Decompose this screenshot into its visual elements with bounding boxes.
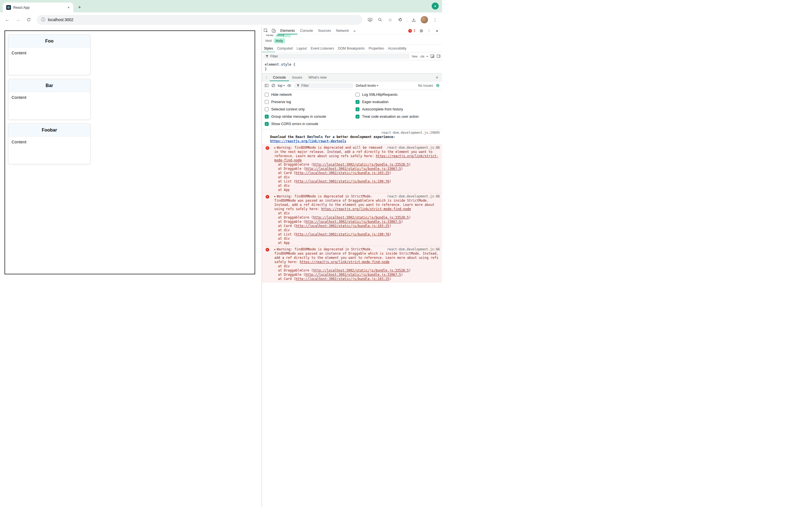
rendering-emulation-icon[interactable] bbox=[430, 54, 435, 59]
live-expression-eye-icon[interactable] bbox=[287, 83, 292, 88]
checkbox[interactable] bbox=[265, 107, 269, 111]
context-selector[interactable]: top ▾ bbox=[278, 83, 285, 88]
console-setting-selected-context-only[interactable]: Selected context only bbox=[265, 106, 356, 113]
card-title[interactable]: Bar bbox=[8, 79, 90, 92]
styles-tab-computed[interactable]: Computed bbox=[275, 45, 295, 52]
styles-tab-dom-breakpoints[interactable]: DOM Breakpoints bbox=[336, 45, 367, 52]
console-setting-show-cors-errors-in-console[interactable]: ✓Show CORS errors in console bbox=[265, 120, 356, 128]
error-count-badge[interactable]: × 3 bbox=[406, 29, 417, 33]
card-title[interactable]: Foobar bbox=[8, 124, 90, 136]
install-app-icon[interactable] bbox=[365, 15, 375, 24]
draggable-card-bar[interactable]: BarContent bbox=[8, 79, 91, 120]
console-setting-eager-evaluation[interactable]: ✓Eager evaluation bbox=[356, 98, 442, 106]
checkbox[interactable]: ✓ bbox=[356, 107, 359, 111]
devtools-tab-sources[interactable]: Sources bbox=[315, 27, 334, 34]
devtools-tab-elements[interactable]: Elements bbox=[278, 27, 297, 34]
element-style-rule[interactable]: element.style { } bbox=[262, 60, 442, 73]
bookmark-star-icon[interactable]: ☆ bbox=[386, 15, 395, 24]
styles-tab-accessibility[interactable]: Accessibility bbox=[386, 45, 408, 52]
style-toggle--hov[interactable]: :hov bbox=[411, 55, 417, 58]
stack-frame-link[interactable]: http://localhost:3002/static/js/bundle.j… bbox=[296, 179, 389, 183]
console-link[interactable]: https://reactjs.org/link/strict-mode-fin… bbox=[300, 260, 390, 264]
expand-triangle-icon[interactable]: ▶ bbox=[274, 195, 276, 198]
draggable-card-foo[interactable]: FooContent bbox=[8, 34, 91, 75]
devtools-menu-kebab-icon[interactable]: ⋮ bbox=[425, 29, 433, 33]
devtools-settings-gear-icon[interactable] bbox=[417, 29, 425, 33]
extensions-puzzle-icon[interactable] bbox=[396, 15, 405, 24]
stack-frame-link[interactable]: http://localhost:3002/static/js/bundle.j… bbox=[313, 216, 409, 219]
styles-tab-styles[interactable]: Styles bbox=[262, 45, 275, 52]
drawer-tab-console[interactable]: Console bbox=[270, 73, 289, 81]
breadcrumb-html[interactable]: html bbox=[263, 38, 274, 43]
source-location-link[interactable]: react-dom.development.js:86 bbox=[387, 146, 440, 150]
source-location-link[interactable]: react-dom.development.js:86 bbox=[387, 194, 440, 199]
console-filter-input[interactable]: Filter bbox=[294, 83, 354, 88]
devtools-tab-network[interactable]: Network bbox=[334, 27, 352, 34]
console-setting-preserve-log[interactable]: Preserve log bbox=[265, 98, 356, 106]
breadcrumb-body[interactable]: body bbox=[274, 38, 285, 43]
expand-triangle-icon[interactable]: ▶ bbox=[274, 147, 276, 149]
console-setting-hide-network[interactable]: Hide network bbox=[265, 91, 356, 98]
checkbox[interactable]: ✓ bbox=[356, 115, 359, 119]
console-setting-group-similar-messages-in-console[interactable]: ✓Group similar messages in console bbox=[265, 113, 356, 120]
log-levels-dropdown[interactable]: Default levels ▾ bbox=[356, 83, 378, 88]
clear-console-icon[interactable] bbox=[271, 83, 275, 88]
browser-menu-kebab-icon[interactable]: ⋮ bbox=[430, 15, 440, 24]
devtools-close-icon[interactable]: × bbox=[433, 29, 441, 33]
device-toolbar-icon[interactable] bbox=[270, 27, 278, 34]
browser-tab-react-app[interactable]: React App × bbox=[3, 3, 73, 12]
checkbox[interactable] bbox=[265, 93, 269, 97]
console-settings-gear-icon[interactable] bbox=[435, 83, 440, 88]
more-tabs-icon[interactable]: » bbox=[352, 27, 357, 34]
console-setting-log-xmlhttprequests[interactable]: Log XMLHttpRequests bbox=[356, 91, 442, 98]
console-sidebar-toggle-icon[interactable] bbox=[264, 83, 269, 88]
card-title[interactable]: Foo bbox=[8, 35, 90, 48]
reload-button[interactable] bbox=[24, 15, 34, 24]
address-bar[interactable]: ⓘ localhost:3002 bbox=[37, 15, 362, 25]
checkbox[interactable] bbox=[356, 93, 359, 97]
stack-frame-link[interactable]: http://localhost:3002/static/js/bundle.j… bbox=[296, 224, 389, 228]
stack-frame-link[interactable]: http://localhost:3002/static/js/bundle.j… bbox=[296, 232, 389, 236]
inspect-element-icon[interactable] bbox=[262, 27, 270, 34]
dom-node-body-selected[interactable]: body bbox=[276, 35, 291, 37]
console-link[interactable]: https://reactjs.org/link/react-devtools bbox=[270, 139, 346, 143]
console-setting-autocomplete-from-history[interactable]: ✓Autocomplete from history bbox=[356, 106, 442, 113]
checkbox[interactable]: ✓ bbox=[356, 100, 359, 104]
show-sidebar-panel-icon[interactable] bbox=[436, 54, 441, 59]
styles-filter-input[interactable]: Filter bbox=[263, 54, 410, 59]
styles-tab-layout[interactable]: Layout bbox=[295, 45, 309, 52]
checkbox[interactable]: ✓ bbox=[265, 122, 269, 126]
source-location-link[interactable]: react-dom.development.js:86 bbox=[387, 247, 440, 251]
new-tab-button[interactable]: + bbox=[75, 3, 84, 11]
stack-frame-link[interactable]: http://localhost:3002/static/js/bundle.j… bbox=[305, 220, 401, 224]
stack-frame-link[interactable]: http://localhost:3002/static/js/bundle.j… bbox=[296, 171, 389, 175]
tab-close-icon[interactable]: × bbox=[66, 5, 71, 10]
source-location-link[interactable]: react-dom.development.js:29895 bbox=[270, 131, 440, 135]
stack-frame-link[interactable]: http://localhost:3002/static/js/bundle.j… bbox=[313, 163, 409, 166]
search-icon[interactable] bbox=[375, 15, 385, 24]
expand-triangle-icon[interactable]: ▶ bbox=[274, 248, 276, 251]
drawer-tab-issues[interactable]: Issues bbox=[289, 73, 305, 81]
styles-tab-properties[interactable]: Properties bbox=[367, 45, 386, 52]
checkbox[interactable] bbox=[265, 100, 269, 104]
checkbox[interactable]: ✓ bbox=[265, 115, 269, 119]
dom-node-head[interactable]: head bbox=[266, 35, 273, 37]
console-link[interactable]: https://reactjs.org/link/strict-mode-fin… bbox=[321, 207, 411, 211]
downloads-icon[interactable] bbox=[409, 15, 418, 24]
issues-counter[interactable]: No Issues bbox=[418, 83, 433, 88]
stack-frame-link[interactable]: http://localhost:3002/static/js/bundle.j… bbox=[313, 269, 409, 272]
styles-tab-event-listeners[interactable]: Event Listeners bbox=[309, 45, 336, 52]
drawer-tab-what-s-new[interactable]: What's new bbox=[305, 73, 329, 81]
back-button[interactable]: ← bbox=[2, 15, 12, 24]
console-setting-treat-code-evaluation-as-user-action[interactable]: ✓Treat code evaluation as user action bbox=[356, 113, 442, 120]
dom-tree-clipped-row[interactable]: head body bbox=[262, 35, 442, 37]
stack-frame-link[interactable]: http://localhost:3002/static/js/bundle.j… bbox=[305, 167, 401, 171]
drawer-menu-kebab-icon[interactable]: ⋮ bbox=[263, 73, 270, 81]
forward-button[interactable]: → bbox=[13, 15, 23, 24]
site-info-icon[interactable]: ⓘ bbox=[41, 17, 45, 22]
devtools-tab-console[interactable]: Console bbox=[297, 27, 315, 34]
stack-frame-link[interactable]: http://localhost:3002/static/js/bundle.j… bbox=[305, 273, 401, 276]
tab-search-chevron-button[interactable]: ▾ bbox=[432, 3, 439, 10]
style-toggle--cls[interactable]: .cls bbox=[419, 55, 424, 58]
drawer-close-icon[interactable]: × bbox=[433, 73, 441, 81]
